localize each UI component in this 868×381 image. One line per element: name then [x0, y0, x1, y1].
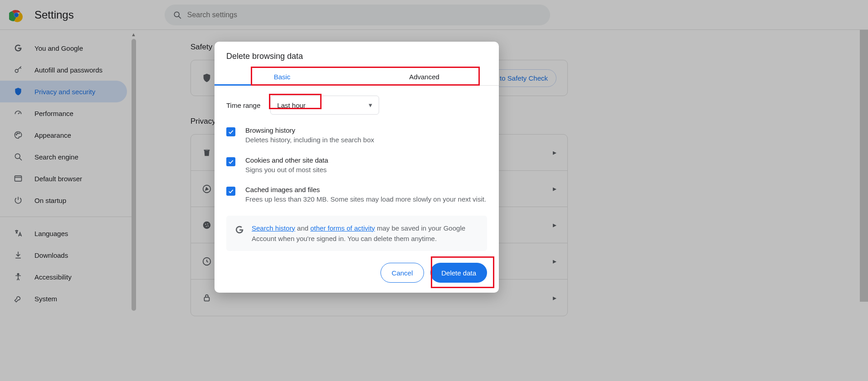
- option-subtitle: Signs you out of most sites: [245, 165, 328, 175]
- time-range-value: Last hour: [277, 101, 306, 109]
- google-account-info: Search history and other forms of activi…: [226, 216, 487, 251]
- option-title: Browsing history: [245, 126, 374, 134]
- time-range-label: Time range: [226, 101, 260, 109]
- checkbox-browsing-history[interactable]: [226, 127, 235, 136]
- delete-browsing-data-dialog: Delete browsing data Basic Advanced Time…: [215, 42, 499, 293]
- dialog-title: Delete browsing data: [215, 42, 499, 68]
- dialog-tabs: Basic Advanced: [215, 68, 499, 86]
- tab-basic[interactable]: Basic: [215, 68, 350, 85]
- dialog-actions: Cancel Delete data: [215, 251, 499, 283]
- option-browsing-history: Browsing historyDeletes history, includi…: [226, 126, 487, 145]
- option-subtitle: Frees up less than 320 MB. Some sites ma…: [245, 194, 486, 205]
- google-g-icon: [234, 225, 244, 235]
- option-title: Cached images and files: [245, 186, 486, 193]
- cancel-button[interactable]: Cancel: [380, 263, 424, 283]
- delete-data-button[interactable]: Delete data: [430, 263, 487, 283]
- option-title: Cookies and other site data: [245, 156, 328, 164]
- option-subtitle: Deletes history, including in the search…: [245, 135, 374, 145]
- checkbox-cookies[interactable]: [226, 157, 235, 166]
- search-history-link[interactable]: Search history: [252, 224, 295, 232]
- checkbox-cache[interactable]: [226, 187, 235, 196]
- chevron-down-icon: ▾: [369, 101, 372, 109]
- tab-advanced[interactable]: Advanced: [350, 68, 499, 85]
- option-cache: Cached images and filesFrees up less tha…: [226, 186, 487, 205]
- option-cookies: Cookies and other site dataSigns you out…: [226, 156, 487, 175]
- time-range-row: Time range Last hour ▾: [226, 96, 487, 115]
- time-range-select[interactable]: Last hour ▾: [270, 96, 379, 115]
- other-activity-link[interactable]: other forms of activity: [310, 224, 375, 232]
